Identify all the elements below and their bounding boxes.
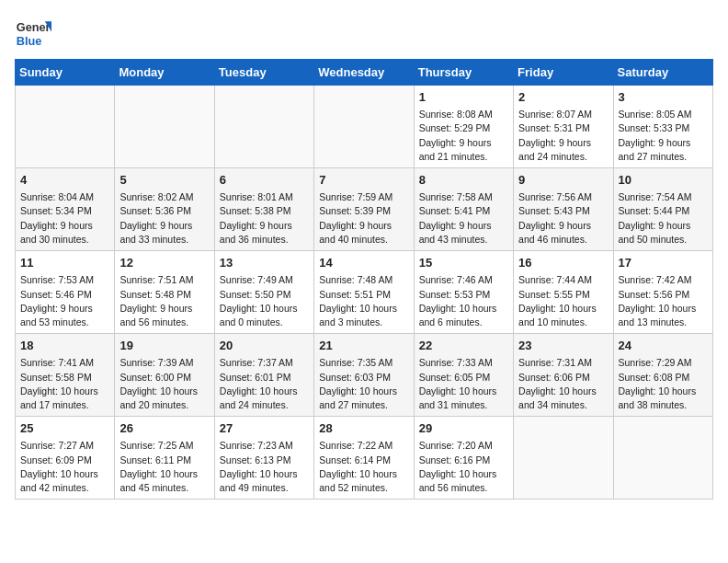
day-info: Sunrise: 8:07 AM Sunset: 5:31 PM Dayligh… bbox=[518, 108, 608, 164]
day-number: 23 bbox=[518, 338, 608, 354]
day-info: Sunrise: 7:41 AM Sunset: 5:58 PM Dayligh… bbox=[20, 356, 109, 412]
day-number: 14 bbox=[319, 255, 408, 271]
day-info: Sunrise: 7:51 AM Sunset: 5:48 PM Dayligh… bbox=[119, 273, 209, 329]
weekday-header-tuesday: Tuesday bbox=[214, 60, 313, 86]
day-info: Sunrise: 7:37 AM Sunset: 6:01 PM Dayligh… bbox=[220, 356, 309, 412]
day-number: 26 bbox=[119, 420, 209, 437]
week-row-4: 25Sunrise: 7:27 AM Sunset: 6:09 PM Dayli… bbox=[16, 417, 713, 500]
weekday-header-saturday: Saturday bbox=[613, 60, 712, 86]
day-info: Sunrise: 8:08 AM Sunset: 5:29 PM Dayligh… bbox=[419, 108, 508, 164]
calendar-cell: 23Sunrise: 7:31 AM Sunset: 6:06 PM Dayli… bbox=[514, 334, 613, 417]
day-number: 13 bbox=[220, 255, 309, 271]
day-info: Sunrise: 7:27 AM Sunset: 6:09 PM Dayligh… bbox=[20, 439, 109, 495]
calendar-cell: 22Sunrise: 7:33 AM Sunset: 6:05 PM Dayli… bbox=[414, 334, 513, 417]
calendar-cell bbox=[16, 86, 115, 168]
day-number: 17 bbox=[619, 255, 708, 271]
calendar-cell: 11Sunrise: 7:53 AM Sunset: 5:46 PM Dayli… bbox=[16, 251, 115, 334]
calendar-cell: 20Sunrise: 7:37 AM Sunset: 6:01 PM Dayli… bbox=[214, 334, 313, 417]
day-info: Sunrise: 7:35 AM Sunset: 6:03 PM Dayligh… bbox=[319, 356, 408, 412]
calendar-cell: 13Sunrise: 7:49 AM Sunset: 5:50 PM Dayli… bbox=[214, 251, 313, 334]
calendar-cell: 5Sunrise: 8:02 AM Sunset: 5:36 PM Daylig… bbox=[115, 168, 214, 251]
calendar-cell: 29Sunrise: 7:20 AM Sunset: 6:16 PM Dayli… bbox=[414, 417, 513, 500]
day-info: Sunrise: 7:54 AM Sunset: 5:44 PM Dayligh… bbox=[619, 190, 708, 247]
day-number: 22 bbox=[419, 338, 508, 354]
calendar-cell: 14Sunrise: 7:48 AM Sunset: 5:51 PM Dayli… bbox=[314, 251, 414, 334]
day-number: 19 bbox=[119, 338, 209, 354]
day-number: 5 bbox=[119, 172, 209, 189]
day-number: 6 bbox=[220, 172, 309, 189]
calendar-cell bbox=[314, 86, 414, 168]
calendar-cell: 7Sunrise: 7:59 AM Sunset: 5:39 PM Daylig… bbox=[314, 168, 414, 251]
calendar-cell: 10Sunrise: 7:54 AM Sunset: 5:44 PM Dayli… bbox=[613, 168, 712, 251]
calendar-cell: 25Sunrise: 7:27 AM Sunset: 6:09 PM Dayli… bbox=[16, 417, 115, 500]
day-info: Sunrise: 8:02 AM Sunset: 5:36 PM Dayligh… bbox=[119, 190, 209, 247]
calendar-cell: 24Sunrise: 7:29 AM Sunset: 6:08 PM Dayli… bbox=[613, 334, 712, 417]
day-number: 16 bbox=[518, 255, 608, 271]
day-number: 21 bbox=[319, 338, 408, 354]
day-number: 4 bbox=[20, 172, 109, 189]
generalblue-logo-icon: General Blue bbox=[15, 15, 51, 52]
day-number: 24 bbox=[619, 338, 708, 354]
calendar-cell bbox=[613, 417, 712, 500]
day-info: Sunrise: 7:39 AM Sunset: 6:00 PM Dayligh… bbox=[119, 356, 209, 412]
day-info: Sunrise: 7:58 AM Sunset: 5:41 PM Dayligh… bbox=[419, 190, 508, 247]
day-number: 7 bbox=[319, 172, 408, 189]
calendar-cell: 17Sunrise: 7:42 AM Sunset: 5:56 PM Dayli… bbox=[613, 251, 712, 334]
svg-text:Blue: Blue bbox=[17, 34, 42, 48]
day-info: Sunrise: 7:25 AM Sunset: 6:11 PM Dayligh… bbox=[119, 439, 209, 495]
calendar-cell: 18Sunrise: 7:41 AM Sunset: 5:58 PM Dayli… bbox=[16, 334, 115, 417]
calendar-body: 1Sunrise: 8:08 AM Sunset: 5:29 PM Daylig… bbox=[16, 86, 713, 500]
week-row-0: 1Sunrise: 8:08 AM Sunset: 5:29 PM Daylig… bbox=[16, 86, 713, 168]
calendar-cell: 4Sunrise: 8:04 AM Sunset: 5:34 PM Daylig… bbox=[16, 168, 115, 251]
day-info: Sunrise: 7:59 AM Sunset: 5:39 PM Dayligh… bbox=[319, 190, 408, 247]
weekday-header-thursday: Thursday bbox=[414, 60, 513, 86]
calendar-cell: 27Sunrise: 7:23 AM Sunset: 6:13 PM Dayli… bbox=[214, 417, 313, 500]
weekday-header-sunday: Sunday bbox=[16, 60, 115, 86]
day-info: Sunrise: 7:20 AM Sunset: 6:16 PM Dayligh… bbox=[419, 439, 508, 495]
calendar-cell: 3Sunrise: 8:05 AM Sunset: 5:33 PM Daylig… bbox=[613, 86, 712, 168]
weekday-header-wednesday: Wednesday bbox=[314, 60, 414, 86]
day-number: 1 bbox=[419, 89, 508, 106]
day-number: 29 bbox=[419, 420, 508, 437]
calendar-cell bbox=[214, 86, 313, 168]
calendar-cell: 15Sunrise: 7:46 AM Sunset: 5:53 PM Dayli… bbox=[414, 251, 513, 334]
day-info: Sunrise: 7:56 AM Sunset: 5:43 PM Dayligh… bbox=[518, 190, 608, 247]
calendar-cell: 21Sunrise: 7:35 AM Sunset: 6:03 PM Dayli… bbox=[314, 334, 414, 417]
day-number: 20 bbox=[220, 338, 309, 354]
calendar-cell: 19Sunrise: 7:39 AM Sunset: 6:00 PM Dayli… bbox=[115, 334, 214, 417]
weekday-header-monday: Monday bbox=[115, 60, 214, 86]
day-number: 28 bbox=[319, 420, 408, 437]
day-info: Sunrise: 7:48 AM Sunset: 5:51 PM Dayligh… bbox=[319, 273, 408, 329]
calendar-cell: 9Sunrise: 7:56 AM Sunset: 5:43 PM Daylig… bbox=[514, 168, 613, 251]
day-info: Sunrise: 7:46 AM Sunset: 5:53 PM Dayligh… bbox=[419, 273, 508, 329]
week-row-1: 4Sunrise: 8:04 AM Sunset: 5:34 PM Daylig… bbox=[16, 168, 713, 251]
day-info: Sunrise: 8:04 AM Sunset: 5:34 PM Dayligh… bbox=[20, 190, 109, 247]
day-info: Sunrise: 7:44 AM Sunset: 5:55 PM Dayligh… bbox=[518, 273, 608, 329]
day-number: 2 bbox=[518, 89, 608, 106]
day-number: 27 bbox=[220, 420, 309, 437]
calendar-cell bbox=[115, 86, 214, 168]
day-info: Sunrise: 7:42 AM Sunset: 5:56 PM Dayligh… bbox=[619, 273, 708, 329]
day-info: Sunrise: 8:01 AM Sunset: 5:38 PM Dayligh… bbox=[220, 190, 309, 247]
calendar-cell: 8Sunrise: 7:58 AM Sunset: 5:41 PM Daylig… bbox=[414, 168, 513, 251]
logo: General Blue bbox=[15, 15, 55, 52]
day-info: Sunrise: 7:22 AM Sunset: 6:14 PM Dayligh… bbox=[319, 439, 408, 495]
day-number: 10 bbox=[619, 172, 708, 189]
page-header: General Blue bbox=[15, 15, 713, 52]
weekday-header-friday: Friday bbox=[514, 60, 613, 86]
day-info: Sunrise: 8:05 AM Sunset: 5:33 PM Dayligh… bbox=[619, 108, 708, 164]
day-number: 18 bbox=[20, 338, 109, 354]
week-row-3: 18Sunrise: 7:41 AM Sunset: 5:58 PM Dayli… bbox=[16, 334, 713, 417]
calendar-cell: 28Sunrise: 7:22 AM Sunset: 6:14 PM Dayli… bbox=[314, 417, 414, 500]
calendar-cell: 2Sunrise: 8:07 AM Sunset: 5:31 PM Daylig… bbox=[514, 86, 613, 168]
day-number: 25 bbox=[20, 420, 109, 437]
calendar-cell: 16Sunrise: 7:44 AM Sunset: 5:55 PM Dayli… bbox=[514, 251, 613, 334]
day-info: Sunrise: 7:33 AM Sunset: 6:05 PM Dayligh… bbox=[419, 356, 508, 412]
calendar-cell bbox=[514, 417, 613, 500]
week-row-2: 11Sunrise: 7:53 AM Sunset: 5:46 PM Dayli… bbox=[16, 251, 713, 334]
day-info: Sunrise: 7:31 AM Sunset: 6:06 PM Dayligh… bbox=[518, 356, 608, 412]
day-number: 12 bbox=[119, 255, 209, 271]
calendar-cell: 12Sunrise: 7:51 AM Sunset: 5:48 PM Dayli… bbox=[115, 251, 214, 334]
day-number: 3 bbox=[619, 89, 708, 106]
calendar-cell: 26Sunrise: 7:25 AM Sunset: 6:11 PM Dayli… bbox=[115, 417, 214, 500]
